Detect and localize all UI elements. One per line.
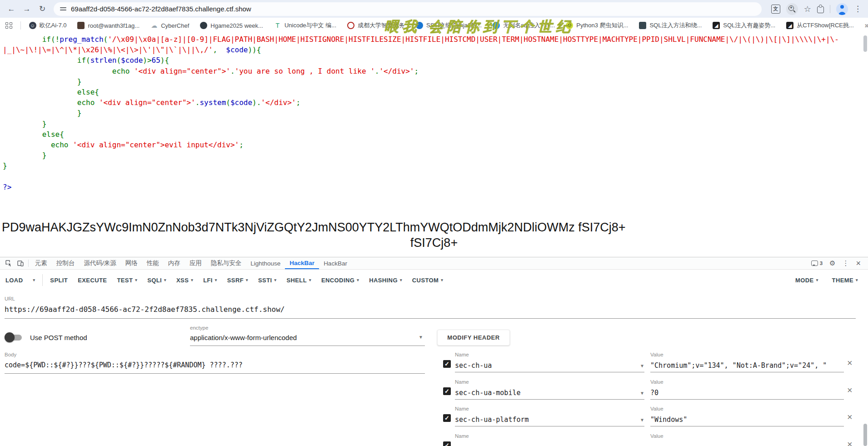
bookmark-item[interactable]: SSTI之细说jinja2的...	[416, 21, 482, 30]
menu-theme[interactable]: THEME▾	[832, 277, 858, 284]
radioactive-badge-icon: ☢	[566, 22, 573, 29]
header-name-select[interactable]: sec-ch-ua▼	[455, 361, 644, 372]
devtools-tab-hackbar[interactable]: HackBar	[285, 257, 319, 269]
url-field-label: URL	[5, 296, 856, 301]
bookmark-item[interactable]: ◢从CTFShow[RCE挑...	[786, 21, 854, 30]
reload-icon[interactable]: ↻	[35, 2, 49, 16]
url-field: URL https://69aaff2d-d058-4566-ac72-2f2d…	[5, 296, 856, 319]
code-line: else{	[3, 87, 868, 97]
menu-encoding[interactable]: ENCODING▾	[321, 277, 359, 284]
blue-shield-icon	[416, 22, 423, 29]
device-toolbar-icon[interactable]	[15, 257, 26, 269]
inspect-element-icon[interactable]	[3, 257, 15, 269]
devtools-close-icon[interactable]: ×	[856, 259, 861, 267]
menu-sqli[interactable]: SQLI▾	[147, 277, 166, 284]
header-value-input[interactable]: ?0	[650, 389, 844, 400]
bookmark-item[interactable]: 无列名sql注入 - ni...	[493, 21, 555, 30]
remove-header-icon[interactable]: ×	[847, 440, 853, 446]
menu-lfi[interactable]: LFI▾	[203, 277, 217, 284]
bookmark-label: SSTI之细说jinja2的...	[426, 21, 482, 30]
menu-split[interactable]: SPLIT	[50, 277, 68, 284]
menu-shell[interactable]: SHELL▾	[286, 277, 311, 284]
apps-grid-icon[interactable]	[5, 22, 12, 29]
bookmark-label: SQL注入方法和绕...	[649, 21, 702, 30]
menu-load-caret[interactable]: ▾	[33, 278, 35, 282]
menu-divider	[42, 274, 43, 286]
enctype-select[interactable]: application/x-www-form-urlencoded ▼	[190, 334, 425, 346]
devtools-tab-隐私与安全[interactable]: 隐私与安全	[206, 257, 246, 269]
remove-header-icon[interactable]: ×	[847, 358, 853, 367]
robot-avatar-icon: ☺	[29, 22, 36, 29]
menu-label: ENCODING	[321, 277, 354, 284]
bookmark-item[interactable]: Hgame2025 week...	[200, 22, 263, 29]
translate-icon[interactable]: 文	[771, 5, 780, 14]
devtools-tab-内存[interactable]: 内存	[164, 257, 185, 269]
menu-label: MODE	[795, 277, 814, 284]
menu-test[interactable]: TEST▾	[117, 277, 137, 284]
profile-avatar[interactable]	[836, 3, 848, 15]
header-checkbox[interactable]: ✓	[443, 441, 451, 446]
menu-custom[interactable]: CUSTOM▾	[412, 277, 443, 284]
devtools-tab-应用[interactable]: 应用	[185, 257, 206, 269]
header-name-select[interactable]: ▼	[455, 443, 644, 446]
back-icon[interactable]: ←	[5, 2, 18, 16]
bookmark-item[interactable]: TUnicode与中文 编...	[274, 21, 336, 30]
header-name-label: Name	[455, 352, 469, 357]
devtools-tab-元素[interactable]: 元素	[30, 257, 52, 269]
zoom-indicator-icon[interactable]: +	[786, 3, 798, 15]
devtools-settings-icon[interactable]: ⚙	[829, 259, 835, 267]
header-checkbox[interactable]: ✓	[443, 414, 451, 422]
devtools-scrollbar[interactable]	[863, 424, 867, 446]
devtools-menu-icon[interactable]: ⋮	[842, 259, 849, 267]
remove-header-icon[interactable]: ×	[847, 412, 853, 421]
devtools-tab-hackbar[interactable]: HackBar	[319, 257, 352, 269]
page-scrollbar[interactable]	[863, 35, 867, 52]
bookmark-item[interactable]: ☢Python3 爬虫知识...	[566, 21, 628, 30]
header-value-input[interactable]: "Chromium";v="134", "Not:A-Brand";v="24"…	[650, 361, 844, 372]
menu-label: SPLIT	[50, 277, 68, 284]
menu-ssrf[interactable]: SSRF▾	[227, 277, 248, 284]
chevron-down-icon: ▾	[246, 278, 248, 282]
devtools-tab-网络[interactable]: 网络	[121, 257, 142, 269]
menu-execute[interactable]: EXECUTE	[78, 277, 107, 284]
bookmark-item[interactable]: SQL注入方法和绕...	[639, 21, 702, 30]
header-name-label: Name	[455, 406, 469, 411]
post-method-toggle[interactable]	[5, 332, 25, 343]
bookmark-label: 欧亿Ai-7.0	[40, 21, 67, 30]
devtools-tab-性能[interactable]: 性能	[142, 257, 164, 269]
bookmark-star-icon[interactable]: ☆	[804, 4, 811, 14]
url-bar[interactable]: 69aaff2d-d058-4566-ac72-2f2d8aef7835.cha…	[54, 2, 762, 16]
modify-header-button[interactable]: MODIFY HEADER	[437, 330, 510, 346]
url-text: 69aaff2d-d058-4566-ac72-2f2d8aef7835.cha…	[71, 5, 251, 13]
header-value-input[interactable]: "Windows"	[650, 416, 844, 426]
bookmark-item[interactable]: ☺欧亿Ai-7.0	[29, 21, 67, 30]
devtools-tab-源代码/来源[interactable]: 源代码/来源	[80, 257, 121, 269]
devtools-tab-控制台[interactable]: 控制台	[52, 257, 80, 269]
university-seal-icon	[347, 22, 354, 29]
extensions-icon[interactable]	[817, 6, 824, 13]
devtools-tab-lighthouse[interactable]: Lighthouse	[246, 257, 285, 269]
bookmark-item[interactable]: 成都大学智慧教务	[347, 21, 405, 30]
header-checkbox[interactable]: ✓	[443, 360, 451, 368]
forward-icon[interactable]: →	[20, 2, 34, 16]
menu-label: EXECUTE	[78, 277, 107, 284]
issues-counter[interactable]: 3	[811, 261, 823, 266]
menu-load[interactable]: LOAD	[5, 277, 23, 284]
browser-menu-icon[interactable]: ⋮	[854, 4, 862, 14]
bookmark-item[interactable]: ◢SQL注入有趣姿势...	[713, 21, 775, 30]
menu-xss[interactable]: XSS▾	[176, 277, 193, 284]
site-info-icon[interactable]	[60, 6, 66, 12]
header-checkbox[interactable]: ✓	[443, 387, 451, 395]
menu-ssti[interactable]: SSTI▾	[258, 277, 276, 284]
menu-mode[interactable]: MODE▾	[795, 277, 818, 284]
chevron-down-icon: ▾	[191, 278, 193, 282]
remove-header-icon[interactable]: ×	[847, 386, 853, 395]
bookmarks-overflow-chevron[interactable]: »	[865, 21, 868, 30]
menu-hashing[interactable]: HASHING▾	[369, 277, 402, 284]
bookmark-item[interactable]: ☁CyberChef	[150, 22, 189, 29]
url-input[interactable]: https://69aaff2d-d058-4566-ac72-2f2d8aef…	[5, 305, 856, 319]
header-value-input[interactable]	[650, 443, 844, 446]
header-name-select[interactable]: sec-ch-ua-mobile▼	[455, 389, 644, 400]
bookmark-item[interactable]: root@wanth3f1ag...	[77, 22, 140, 29]
header-name-select[interactable]: sec-ch-ua-platform▼	[455, 416, 644, 426]
